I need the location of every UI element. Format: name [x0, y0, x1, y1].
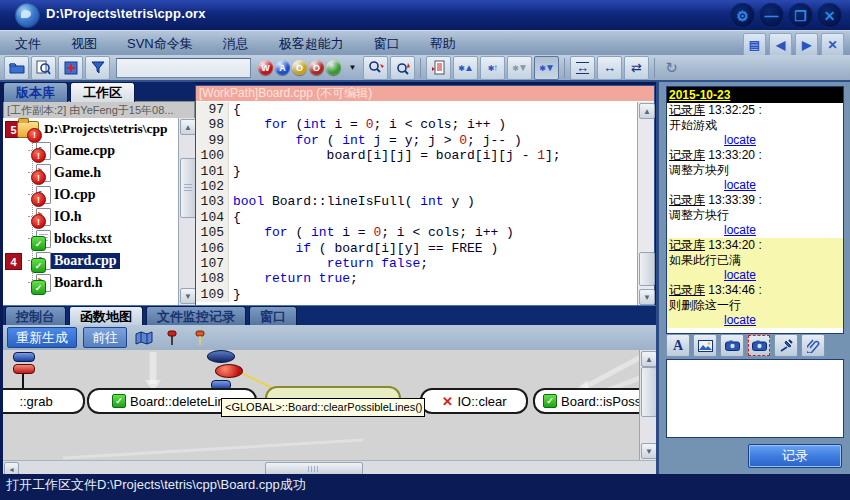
pin-marker-button[interactable]	[774, 334, 798, 357]
font-button[interactable]: A	[666, 334, 690, 357]
function-node-1[interactable]: ::grab	[3, 388, 85, 414]
bookmark-prev-button[interactable]: ✱↑	[480, 56, 505, 80]
file-label[interactable]: IO.cpp	[51, 187, 99, 203]
workspace-panel: 版本库工作区 [工作副本:2] 由YeFeng于15年08... 5!D:\Pr…	[3, 82, 195, 305]
toolbar-badge-1-button[interactable]: W	[258, 60, 273, 75]
pin-red-button[interactable]	[161, 328, 183, 348]
editor-scrollbar[interactable]: ▲ ▼	[637, 102, 654, 306]
badge-dropdown-button[interactable]: ▼	[345, 60, 360, 75]
tab-workspace[interactable]: 工作区	[70, 82, 135, 102]
function-node-4[interactable]: ✓Board::isPossi	[533, 388, 656, 414]
line-number: 99	[196, 133, 229, 148]
map-horizontal-scrollbar[interactable]: ◄	[3, 460, 656, 475]
menu-item-4[interactable]: 消息	[208, 31, 264, 56]
file-label[interactable]: Board.cpp	[51, 253, 120, 269]
camera-button[interactable]	[720, 334, 744, 357]
tree-row-game-h[interactable]: h!Game.h	[3, 162, 179, 184]
locate-link[interactable]: locate	[724, 313, 841, 328]
map-scrollbar-thumb[interactable]	[641, 367, 656, 417]
tab-window[interactable]: 窗口	[249, 306, 297, 326]
bookmark-next-button[interactable]: ✱▼	[534, 56, 559, 80]
tree-scroll-up-button[interactable]: ▲	[180, 119, 196, 135]
tree-row-blocks-txt[interactable]: ✓blocks.txt	[3, 228, 179, 250]
editor-scrollbar-thumb[interactable]	[639, 252, 655, 286]
tree-row-io-h[interactable]: h!IO.h	[3, 206, 179, 228]
tree-row-io-cpp[interactable]: c!IO.cpp	[3, 184, 179, 206]
tab-console[interactable]: 控制台	[5, 306, 66, 326]
editor-scroll-up-button[interactable]: ▲	[639, 103, 655, 119]
map-view-button[interactable]	[133, 328, 155, 348]
map-scroll-down-button[interactable]: ▼	[641, 443, 656, 459]
file-label[interactable]: blocks.txt	[51, 231, 115, 247]
swap-view-button[interactable]: ⇄	[624, 56, 649, 80]
previous-window-button[interactable]: ◀	[769, 33, 792, 56]
menu-item-3[interactable]: SVN命令集	[112, 31, 208, 56]
minimize-button[interactable]: —	[759, 3, 784, 28]
find-next-button[interactable]	[363, 56, 388, 80]
add-file-button[interactable]	[58, 56, 83, 80]
map-scrollbar[interactable]: ▲ ▼	[639, 350, 656, 460]
close-document-button[interactable]: ✕	[821, 33, 844, 56]
file-label[interactable]: IO.h	[51, 209, 85, 225]
settings-button[interactable]: ⚙	[730, 3, 755, 28]
locate-link[interactable]: locate	[724, 133, 841, 148]
search-file-button[interactable]	[31, 56, 56, 80]
next-window-button[interactable]: ▶	[795, 33, 818, 56]
menu-item-6[interactable]: 窗口	[359, 31, 415, 56]
print-list-button[interactable]	[426, 56, 451, 80]
menu-item-5[interactable]: 极客超能力	[264, 31, 359, 56]
tree-scrollbar-thumb[interactable]	[180, 158, 196, 218]
bookmark-next-gray-button[interactable]: ✱▼	[507, 56, 532, 80]
toolbar-badge-5-button[interactable]	[326, 60, 341, 75]
tab-file-monitor[interactable]: 文件监控记录	[146, 306, 246, 326]
filter-button[interactable]	[85, 56, 110, 80]
file-label[interactable]: Game.h	[51, 165, 104, 181]
tree-root-row[interactable]: 5!D:\Projects\tetris\cpp	[3, 118, 179, 140]
insert-image-button[interactable]	[693, 334, 717, 357]
find-previous-button[interactable]	[390, 56, 415, 80]
bookmark-first-button[interactable]: ✱▲	[453, 56, 478, 80]
pin-yellow-button[interactable]	[189, 328, 211, 348]
refresh-button[interactable]: ↻	[660, 57, 683, 79]
file-tree-scrollbar[interactable]: ▲ ▼	[178, 118, 195, 305]
locate-link[interactable]: locate	[724, 268, 841, 283]
toolbar-badge-3-button[interactable]: O	[292, 60, 307, 75]
goto-button[interactable]: 前往	[83, 327, 127, 348]
search-file-icon	[36, 60, 51, 75]
menu-item-2[interactable]: 视图	[56, 31, 112, 56]
file-label[interactable]: Game.cpp	[51, 143, 118, 159]
editor-scroll-down-button[interactable]: ▼	[639, 289, 655, 305]
regenerate-button[interactable]: 重新生成	[7, 327, 77, 348]
tab-repository[interactable]: 版本库	[3, 82, 68, 102]
window-list-button[interactable]: ▤	[743, 33, 766, 56]
log-message: 则删除这一行	[669, 298, 841, 313]
record-button[interactable]: 记录	[748, 444, 842, 468]
tree-row-game-cpp[interactable]: c!Game.cpp	[3, 140, 179, 162]
toolbar-badge-4-button[interactable]: O	[309, 60, 324, 75]
tree-row-board-h[interactable]: h✓Board.h	[3, 272, 179, 294]
function-map-canvas[interactable]: ::grab✓Board::deleteLine✕IO::clear✓Board…	[3, 350, 656, 460]
map-scroll-up-button[interactable]: ▲	[641, 351, 656, 367]
menu-item-1[interactable]: 文件	[0, 31, 56, 56]
code-area[interactable]: 97{98 for (int i = 0; i < cols; i++ )99 …	[196, 102, 638, 306]
attach-button[interactable]	[801, 334, 825, 357]
tree-scroll-down-button[interactable]: ▼	[180, 288, 196, 304]
close-button[interactable]: ✕	[817, 3, 842, 28]
fit-width-alt-button[interactable]: ↔	[597, 56, 622, 80]
locate-link[interactable]: locate	[724, 223, 841, 238]
tree-root-label[interactable]: D:\Projects\tetris\cpp	[41, 121, 170, 137]
record-input-area[interactable]	[666, 359, 844, 438]
locate-link[interactable]: locate	[724, 178, 841, 193]
menu-item-7[interactable]: 帮助	[415, 31, 471, 56]
fit-width-button[interactable]: ↔	[570, 56, 595, 80]
file-label[interactable]: Board.h	[51, 275, 106, 291]
maximize-button[interactable]: ❐	[788, 3, 813, 28]
camera-region-button[interactable]	[747, 334, 771, 357]
tree-row-board-cpp[interactable]: 4c✓Board.cpp	[3, 250, 179, 272]
toolbar-badge-2-button[interactable]: A	[275, 60, 290, 75]
marker-pin-left[interactable]	[13, 352, 35, 388]
search-combobox[interactable]	[116, 58, 251, 78]
tab-function-map[interactable]: 函数地图	[69, 306, 143, 326]
function-node-3[interactable]: ✕IO::clear	[420, 388, 528, 414]
open-folder-button[interactable]	[4, 56, 29, 80]
